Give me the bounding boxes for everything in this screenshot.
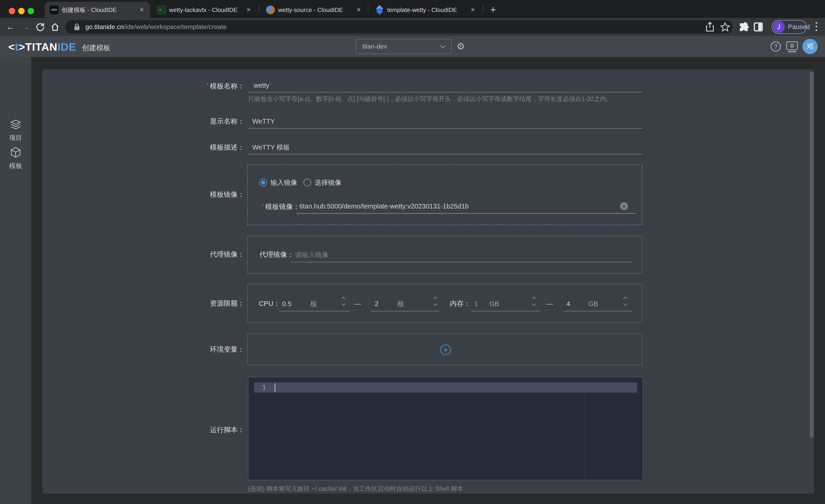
terminal-favicon: >_ xyxy=(157,6,166,14)
template-name-input[interactable]: wetty xyxy=(254,81,269,90)
scrollbar-thumb[interactable] xyxy=(810,72,814,438)
new-tab-button[interactable]: + xyxy=(486,4,500,17)
proxy-section-label: 代理镜像： xyxy=(180,249,244,259)
lock-icon[interactable] xyxy=(73,23,80,31)
reload-button[interactable] xyxy=(34,21,47,33)
image-field-input[interactable]: titan.hub:5000/demo/template-wetty:v2023… xyxy=(299,201,469,211)
tab-strip: <t> 创建模板 - CloudIDE × >_ wetty-lackavtx … xyxy=(0,0,825,18)
cpu-label: CPU： xyxy=(259,299,280,308)
window-minimize-button[interactable] xyxy=(18,8,25,14)
memory-min-input[interactable]: 1 xyxy=(474,299,478,309)
tab-title: template-wetty - CloudIDE xyxy=(387,6,465,14)
description-input[interactable]: WeTTY 模板 xyxy=(252,143,290,152)
clear-input-icon[interactable]: ✕ xyxy=(620,202,628,210)
memory-max-unit: GB xyxy=(588,299,598,309)
input-underline xyxy=(248,154,642,154)
cpu-min-unit: 核 xyxy=(310,299,317,309)
forward-button[interactable]: → xyxy=(19,21,32,33)
input-underline xyxy=(279,311,350,311)
screen: <t> 创建模板 - CloudIDE × >_ wetty-lackavtx … xyxy=(0,0,825,504)
bookmark-star-icon[interactable] xyxy=(719,21,731,33)
home-button[interactable] xyxy=(49,21,61,33)
input-underline xyxy=(471,311,540,311)
profile-avatar: J xyxy=(773,21,785,33)
stepper-arrows-icon[interactable] xyxy=(433,297,438,305)
tab-wetty-source[interactable]: wetty-source - CloudIDE × xyxy=(261,2,367,18)
memory-label: 内存： xyxy=(450,299,470,308)
url-text: go.titanide.cn/ide/web/workspace/templat… xyxy=(85,23,226,30)
tab-title: wetty-lackavtx - CloudIDE xyxy=(169,6,241,14)
proxy-field-input[interactable]: 请输入镜像 xyxy=(295,250,328,260)
stepper-arrows-icon[interactable] xyxy=(623,297,627,305)
workspace-select[interactable]: titan-dev xyxy=(356,39,452,54)
editor-line-number: 1 xyxy=(262,383,266,393)
app-logo[interactable]: <t>TITANIDE xyxy=(8,40,76,53)
image-section-box: 输入镜像 选择镜像 *模板镜像： titan.hub:5000/demo/tem… xyxy=(247,165,642,225)
image-section-label: 模板镜像： xyxy=(180,190,244,199)
tab-template-wetty[interactable]: template-wetty - CloudIDE × xyxy=(370,2,481,18)
editor-caret xyxy=(275,384,275,392)
cpu-max-input[interactable]: 2 xyxy=(375,299,378,309)
diamond-favicon xyxy=(375,6,384,14)
radio-input-image[interactable] xyxy=(259,179,267,186)
cpu-min-input[interactable]: 0.5 xyxy=(282,299,291,309)
editor-ruler-line xyxy=(584,393,585,480)
tab-create-template[interactable]: <t> 创建模板 - CloudIDE × xyxy=(45,2,150,18)
stepper-arrows-icon[interactable] xyxy=(341,297,346,305)
display-name-input[interactable]: WeTTY xyxy=(252,116,275,126)
script-code-editor[interactable]: 1 xyxy=(248,377,643,480)
url-host: go.titanide.cn xyxy=(85,23,124,30)
proxy-field-label: 代理镜像： xyxy=(259,250,294,259)
console-settings-icon[interactable]: ⚙ xyxy=(786,41,798,50)
fish-favicon xyxy=(266,6,275,14)
script-section-label: 运行脚本： xyxy=(180,425,244,435)
workspace-select-value: titan-dev xyxy=(362,43,441,50)
create-template-form: *模板名称： wetty 只能包含小写字母[a-z]、数字[0-9]、点[.]与… xyxy=(42,70,814,494)
profile-button[interactable]: J Paused xyxy=(771,20,807,34)
tab-wetty-lackavtx[interactable]: >_ wetty-lackavtx - CloudIDE × xyxy=(152,2,257,18)
help-icon[interactable]: ? xyxy=(771,41,781,52)
stepper-arrows-icon[interactable] xyxy=(531,297,536,305)
browser-toolbar: ← → go.titanide.cn/ide/web/workspace/tem… xyxy=(0,18,825,36)
radio-input-image-label[interactable]: 输入镜像 xyxy=(271,178,297,187)
sidebar-item-projects[interactable]: 项目 xyxy=(0,119,31,142)
tab-close-icon[interactable]: × xyxy=(138,6,146,14)
sidebar-item-templates[interactable]: 模板 xyxy=(0,146,31,170)
user-avatar[interactable]: 邓 xyxy=(803,39,818,54)
address-bar[interactable]: go.titanide.cn/ide/web/workspace/templat… xyxy=(65,20,733,33)
cpu-max-unit: 核 xyxy=(397,299,404,309)
browser-menu-icon[interactable] xyxy=(816,22,817,33)
input-underline xyxy=(371,311,439,311)
editor-current-line xyxy=(254,383,637,393)
range-dash: — xyxy=(546,299,553,309)
image-field-label: *模板镜像： xyxy=(261,201,300,211)
titanide-favicon: <t> xyxy=(50,6,59,14)
add-env-variable-button[interactable]: + xyxy=(440,344,451,355)
sidebar-item-label: 模板 xyxy=(0,162,31,170)
tab-title: wetty-source - CloudIDE xyxy=(278,6,351,14)
sidebar: 项目 模板 xyxy=(0,57,31,504)
app-header: <t>TITANIDE 创建模板 titan-dev ⚙ ? ⚙ 邓 xyxy=(0,36,825,57)
proxy-section-box: 代理镜像： 请输入镜像 xyxy=(247,236,642,274)
radio-select-image[interactable] xyxy=(303,179,311,186)
radio-select-image-label[interactable]: 选择镜像 xyxy=(315,178,342,187)
tab-close-icon[interactable]: × xyxy=(355,6,363,14)
memory-min-unit: GB xyxy=(490,299,499,309)
settings-gear-icon[interactable]: ⚙ xyxy=(457,41,465,52)
memory-max-input[interactable]: 4 xyxy=(567,299,570,309)
profile-status: Paused xyxy=(788,23,810,30)
tab-close-icon[interactable]: × xyxy=(244,6,253,14)
window-zoom-button[interactable] xyxy=(27,8,34,14)
extensions-puzzle-icon[interactable] xyxy=(738,21,749,33)
tab-title: 创建模板 - CloudIDE xyxy=(62,6,135,14)
template-name-label: *模板名称： xyxy=(180,81,244,90)
share-icon[interactable] xyxy=(704,21,716,33)
range-dash: — xyxy=(354,299,361,309)
window-close-button[interactable] xyxy=(9,8,15,14)
input-underline xyxy=(564,311,632,311)
resources-section-label: 资源限额： xyxy=(180,299,244,308)
script-note: (选填) 脚本将写入路径 ~/.cache/.init，当工作区启动时自动运行以… xyxy=(248,485,463,493)
side-panel-icon[interactable] xyxy=(752,21,764,33)
back-button[interactable]: ← xyxy=(4,21,17,33)
tab-close-icon[interactable]: × xyxy=(469,6,477,14)
